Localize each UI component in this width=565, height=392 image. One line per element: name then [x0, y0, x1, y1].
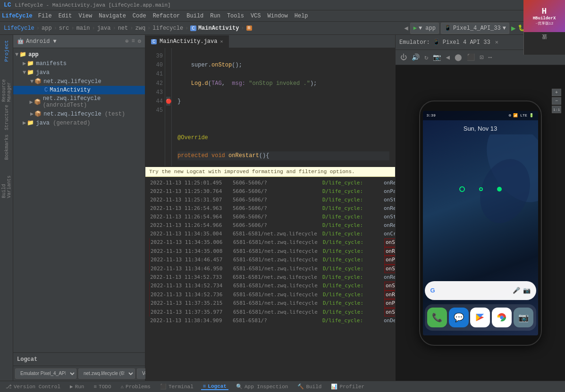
rotate-icon[interactable]: ↻	[423, 52, 429, 62]
resource-manager-icon[interactable]: Resource Manager	[2, 69, 11, 102]
breadcrumb-java[interactable]: java	[97, 25, 111, 32]
app-dropdown[interactable]: ▶ ▼ app	[410, 23, 439, 34]
menu-code[interactable]: Code	[130, 12, 149, 20]
phone-search-bar[interactable]: G 🎤 📷	[425, 281, 536, 300]
menu-navigate[interactable]: Navigate	[96, 12, 129, 20]
tree-item-androidtest[interactable]: ▶ 📦 net.zwq.lifecycle (androidTest)	[13, 94, 145, 109]
java-icon-mainactivity: C	[44, 87, 48, 93]
log-line: 2022-11-13 11:34:35.006 6581-6581/net.zw…	[149, 238, 391, 247]
dock-camera[interactable]: 📷	[514, 308, 533, 327]
menu-edit[interactable]: Edit	[56, 12, 75, 20]
zoom-out-button[interactable]: −	[552, 97, 561, 105]
tab-close-button[interactable]: ✕	[220, 39, 223, 44]
recent-icon[interactable]: ⬛	[466, 52, 476, 62]
tree-sync-icon[interactable]: ⊕	[125, 38, 128, 45]
code-area[interactable]: super.onStop(); Log.d(TAG, msg: "onStop …	[172, 48, 395, 166]
status-todo[interactable]: ≡ TODO	[92, 384, 113, 390]
status-problems[interactable]: ⚠ Problems	[118, 384, 152, 390]
structure-icon[interactable]: Structure	[2, 106, 11, 129]
back-icon[interactable]: ◀	[404, 24, 408, 32]
tree-item-package-main[interactable]: ▼ 📦 net.zwq.lifecycle	[13, 77, 145, 86]
tree-item-generated[interactable]: ▶ 📁 java (generated)	[13, 118, 145, 127]
log-timestamp: 2022-11-13 11:34:52.733	[150, 274, 233, 282]
breadcrumb-net[interactable]: net	[118, 25, 128, 32]
logcat-content[interactable]: 2022-11-13 11:25:01.495 5606-5606/? D/li…	[145, 177, 395, 381]
hbuilder-badge[interactable]: H HBuilderX ·优享版12	[523, 0, 565, 32]
build-variants-icon[interactable]: Build Variants	[2, 165, 11, 198]
menu-refactor[interactable]: Refactor	[150, 12, 183, 20]
tree-item-manifests[interactable]: ▶ 📁 manifests	[13, 59, 145, 68]
log-tag: D/life_cycle:	[323, 265, 384, 273]
tree-collapse-icon[interactable]: ≡	[132, 38, 135, 45]
tree-item-app[interactable]: ▼ 📁 app	[13, 50, 145, 59]
breadcrumb-app[interactable]: app	[42, 25, 52, 32]
tab-mainactivity[interactable]: C MainActivity.java ✕	[145, 35, 229, 48]
zoom-reset-button[interactable]: 1:1	[552, 106, 561, 113]
log-tag: D/life_cycle:	[322, 188, 384, 196]
fold-icon[interactable]: ⊡	[479, 52, 484, 62]
emulator-select[interactable]: Emulator Pixel_4_API_33 Andro	[15, 368, 76, 379]
status-build[interactable]: 🔨 Build	[295, 384, 323, 390]
gutter: 🔴	[165, 48, 172, 166]
status-run[interactable]: ▶ Run	[68, 384, 86, 390]
log-pid: 6581-6581/net.zwq.lifecycle	[233, 282, 323, 290]
menu-tools[interactable]: Tools	[224, 12, 247, 20]
zoom-in-button[interactable]: +	[552, 89, 561, 96]
log-timestamp: 2022-11-13 11:34:35.008	[151, 248, 233, 256]
project-icon[interactable]: Project	[2, 37, 11, 65]
dock-play[interactable]	[470, 308, 490, 327]
power-icon[interactable]: ⏻	[399, 53, 408, 62]
status-profiler[interactable]: 📊 Profiler	[329, 384, 366, 390]
breadcrumb-src[interactable]: src	[59, 25, 69, 32]
tree-item-java[interactable]: ▼ 📁 java	[13, 68, 145, 77]
bookmarks-icon[interactable]: Bookmarks	[2, 133, 11, 161]
breadcrumb-m-icon: m	[246, 25, 252, 31]
menu-view[interactable]: View	[76, 12, 95, 20]
app-logo: LC	[4, 1, 11, 8]
volume-icon[interactable]: 🔊	[411, 52, 421, 62]
status-terminal[interactable]: ⬛ Terminal	[158, 384, 195, 390]
menu-file[interactable]: File	[35, 12, 55, 20]
google-mic-icon[interactable]: 🎤	[513, 287, 520, 294]
breadcrumb-lifecycle2[interactable]: lifecycle	[152, 25, 183, 32]
menu-help[interactable]: Help	[292, 12, 311, 20]
process-select[interactable]: net.zwq.lifecycle (6581) [DEAD]	[78, 368, 135, 379]
log-pid: 6581-6581/net.zwq.lifecycle	[233, 265, 323, 273]
logcat-status-icon: ≡	[203, 384, 206, 389]
breadcrumb-lifecycle[interactable]: LifeCycle	[4, 25, 34, 32]
dock-chrome[interactable]	[492, 308, 512, 327]
more-emu-icon[interactable]: ⋯	[487, 52, 493, 62]
breadcrumb-main[interactable]: main	[76, 25, 90, 32]
run-button[interactable]: ▶	[511, 24, 516, 33]
version-control-icon: ⎇	[6, 384, 12, 390]
status-version-control[interactable]: ⎇ Version Control	[4, 384, 62, 390]
android-view-label[interactable]: 🤖 Android ▼	[17, 38, 57, 45]
menu-run[interactable]: Run	[207, 12, 223, 20]
breadcrumb-mainactivity[interactable]: MainActivity	[198, 25, 239, 32]
dock-messages[interactable]: 💬	[449, 308, 469, 327]
dock-phone[interactable]: 📞	[427, 308, 447, 327]
expand-icon: ▼	[15, 51, 18, 58]
hbuilder-icon-1[interactable]: 设置	[540, 34, 549, 53]
screenshot-icon[interactable]: 📷	[432, 52, 442, 62]
device-dropdown[interactable]: 📱 Pixel_4_API_33 ▼	[441, 23, 509, 34]
status-app-inspection[interactable]: 🔍 App Inspection	[234, 384, 290, 390]
menu-window[interactable]: Window	[265, 12, 291, 20]
menu-build[interactable]: Build	[184, 12, 206, 20]
back-nav-icon[interactable]: ◀	[445, 52, 450, 62]
tree-item-mainactivity[interactable]: C MainActivity	[13, 86, 145, 94]
breadcrumb-zwq[interactable]: zwq	[135, 25, 145, 32]
google-lens-icon[interactable]: 📷	[523, 287, 531, 294]
home-icon[interactable]: ⬤	[454, 52, 463, 62]
log-timestamp: 2022-11-13 11:25:30.764	[150, 188, 233, 196]
tree-item-test[interactable]: ▶ 📦 net.zwq.lifecycle (test)	[13, 109, 145, 118]
status-logcat[interactable]: ≡ Logcat	[201, 384, 228, 390]
terminal-label: Terminal	[169, 384, 194, 390]
emulator-label: Emulator:	[399, 39, 430, 46]
build-icon: 🔨	[297, 384, 304, 390]
log-pid: 6581-6581/net.zwq.lifecycle	[233, 256, 323, 264]
tree-gear-icon[interactable]: ⚙	[138, 38, 141, 45]
log-timestamp: 2022-11-13 11:25:01.495	[150, 179, 233, 187]
emulator-tab-close[interactable]: ✕	[495, 39, 498, 46]
menu-vcs[interactable]: VCS	[248, 12, 264, 20]
